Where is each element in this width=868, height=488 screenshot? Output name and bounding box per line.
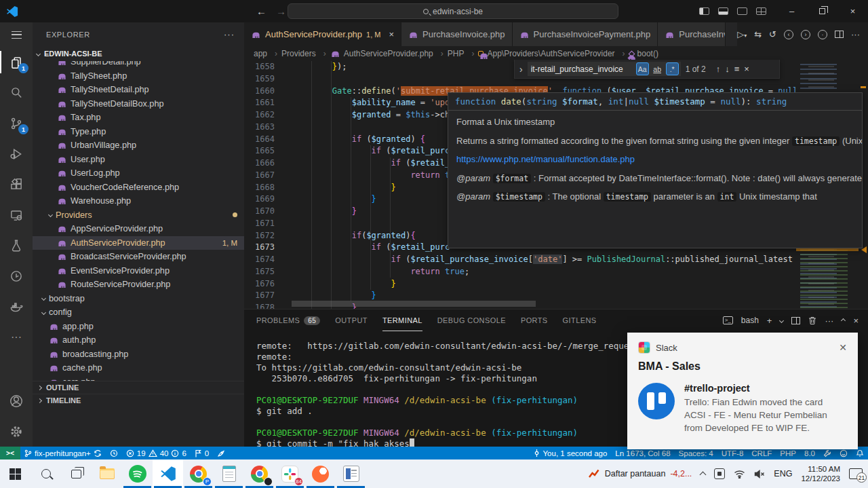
split-terminal-icon[interactable]	[791, 317, 800, 324]
taskbar-clock[interactable]: 11:50 AM 12/12/2023	[801, 464, 840, 483]
rocket-indicator[interactable]	[213, 447, 229, 459]
tab-close-icon[interactable]: ×	[389, 29, 395, 39]
next-change-icon[interactable]: ›	[801, 30, 810, 39]
panel-tab[interactable]: DEBUG CONSOLE	[437, 309, 506, 331]
whole-word-toggle[interactable]: ab	[651, 62, 664, 75]
sidebar-section-header[interactable]: TIMELINE	[33, 394, 244, 407]
maximize-panel-icon[interactable]	[841, 318, 846, 322]
find-expand-icon[interactable]: ›	[519, 64, 523, 75]
find-next-icon[interactable]: ↓	[725, 64, 730, 74]
breadcrumb-item[interactable]: App\Providers\AuthServiceProvider ›	[478, 49, 629, 58]
task-view-button[interactable]	[61, 459, 92, 488]
find-input[interactable]: it-retail_purchase_invoice Aa ab .*	[528, 62, 681, 76]
new-terminal-icon[interactable]: +	[767, 316, 772, 326]
panel-more-icon[interactable]: ···	[825, 316, 833, 326]
tree-item[interactable]: RouteServiceProvider.php	[33, 278, 244, 292]
menu-button[interactable]	[0, 22, 33, 47]
chrome-profile2-button[interactable]	[244, 459, 275, 488]
find-in-selection-icon[interactable]: ≡	[734, 64, 740, 74]
start-button[interactable]	[0, 459, 31, 488]
terminal-output[interactable]: remote: https://gitlab.com/edwin-consult…	[256, 341, 665, 449]
tree-item[interactable]: app.php	[33, 320, 244, 334]
flag-indicator[interactable]: 0	[191, 447, 213, 459]
tree-item[interactable]: BroadcastServiceProvider.php	[33, 250, 244, 264]
find-previous-icon[interactable]: ↑	[716, 64, 721, 74]
nav-back-button[interactable]: ←	[256, 5, 267, 17]
volume-muted-icon[interactable]	[754, 470, 765, 478]
slack-taskbar-button[interactable]: 84	[275, 459, 305, 488]
tree-item[interactable]: SupplierDetail.php	[33, 61, 244, 69]
close-button[interactable]: ×	[837, 0, 868, 22]
postman-button[interactable]	[305, 459, 336, 488]
tree-item[interactable]: Tax.php	[33, 111, 244, 125]
branch-indicator[interactable]: fix-perhitungan+	[20, 447, 106, 459]
file-explorer-button[interactable]	[92, 459, 122, 488]
tree-item[interactable]: Type.php	[33, 125, 244, 139]
panel-tab[interactable]: OUTPUT	[335, 309, 368, 331]
explorer-more-actions[interactable]: ···	[224, 29, 235, 39]
toggle-sidebar-icon[interactable]	[699, 7, 709, 15]
timeline-icon[interactable]: ·	[818, 30, 827, 39]
settings-button[interactable]	[0, 416, 33, 447]
find-close-icon[interactable]: ×	[744, 64, 749, 74]
sidebar-item-run-debug[interactable]	[0, 138, 33, 169]
terminal-dropdown-icon[interactable]	[779, 318, 784, 322]
tree-item[interactable]: AppServiceProvider.php	[33, 222, 244, 236]
horizontal-scrollbar[interactable]	[292, 301, 536, 307]
sidebar-section-header[interactable]: OUTLINE	[33, 381, 244, 394]
sidebar-item-source-control[interactable]: 1	[0, 108, 33, 138]
toggle-panel-icon[interactable]	[718, 7, 728, 15]
tree-item[interactable]: cors.php	[33, 375, 244, 381]
editor-tab[interactable]: PurchaseInvoice ×	[658, 22, 726, 46]
tree-item[interactable]: Providers	[33, 208, 244, 223]
shell-label[interactable]: bash	[741, 316, 759, 325]
sidebar-item-explorer[interactable]: 1	[0, 47, 33, 77]
previous-change-icon[interactable]: ‹	[784, 30, 793, 39]
minimize-button[interactable]: –	[776, 0, 807, 22]
sidebar-item-search[interactable]	[0, 77, 33, 108]
tree-item[interactable]: auth.php	[33, 333, 244, 348]
breadcrumb-item[interactable]: app ›	[254, 49, 281, 58]
breadcrumb-item[interactable]: Providers ›	[281, 49, 330, 58]
tree-item[interactable]: TallySheet.php	[33, 69, 244, 83]
breadcrumb-item[interactable]: boot() ›	[629, 49, 658, 58]
sidebar-item-extensions[interactable]	[0, 169, 33, 200]
more-views-button[interactable]: ···	[0, 322, 33, 352]
toggle-secondary-sidebar-icon[interactable]	[737, 7, 747, 15]
tree-item[interactable]: config	[33, 305, 244, 320]
customize-layout-icon[interactable]	[756, 7, 766, 15]
pipeline-indicator[interactable]	[106, 447, 122, 459]
sidebar-item-remote-explorer[interactable]	[0, 200, 33, 230]
trash-icon[interactable]	[808, 316, 816, 325]
slack-notification[interactable]: Slack ✕ BMA - Sales #trello-project Trel…	[627, 333, 858, 449]
tree-item[interactable]: AuthServiceProvider.php 1, M	[33, 236, 244, 250]
compare-changes-icon[interactable]: ⇆	[754, 29, 762, 39]
discard-changes-icon[interactable]: ↺	[769, 29, 776, 39]
hidden-icons-chevron[interactable]	[700, 472, 707, 478]
editor-tab[interactable]: PurchaseInvoice.php ×	[401, 22, 512, 46]
panel-tab[interactable]: TERMINAL	[382, 309, 422, 331]
sidebar-item-testing[interactable]	[0, 230, 33, 261]
tree-item[interactable]: VoucherCodeReference.php	[33, 181, 244, 195]
sidebar-item-extension-circle[interactable]	[0, 261, 33, 291]
editor-tab[interactable]: AuthServiceProvider.php 1, M ×	[244, 22, 401, 46]
restore-button[interactable]	[807, 0, 837, 22]
sidebar-item-docker[interactable]	[0, 291, 33, 322]
language-indicator[interactable]: ENG	[774, 469, 792, 478]
split-editor-icon[interactable]	[835, 31, 844, 38]
nav-forward-button[interactable]: →	[276, 5, 286, 17]
tree-item[interactable]: UrbanVillage.php	[33, 138, 244, 153]
match-case-toggle[interactable]: Aa	[636, 62, 649, 75]
spotify-button[interactable]	[122, 459, 153, 488]
chrome-profile1-button[interactable]: P	[183, 459, 214, 488]
command-center-search[interactable]: edwin-acsi-be	[288, 3, 618, 19]
tree-item[interactable]: TallySheetDetailBox.php	[33, 97, 244, 111]
notepad-button[interactable]	[214, 459, 244, 488]
last-edit-indicator[interactable]: You, 1 second ago	[529, 447, 612, 459]
media-app-button[interactable]	[336, 459, 366, 488]
more-actions-icon[interactable]: ···	[851, 29, 860, 39]
problems-indicator[interactable]: 19 40 6	[122, 447, 191, 459]
tree-item[interactable]: broadcasting.php	[33, 348, 244, 362]
breadcrumb-item[interactable]: PHP ›	[448, 49, 479, 58]
tree-item[interactable]: EventServiceProvider.php	[33, 264, 244, 278]
